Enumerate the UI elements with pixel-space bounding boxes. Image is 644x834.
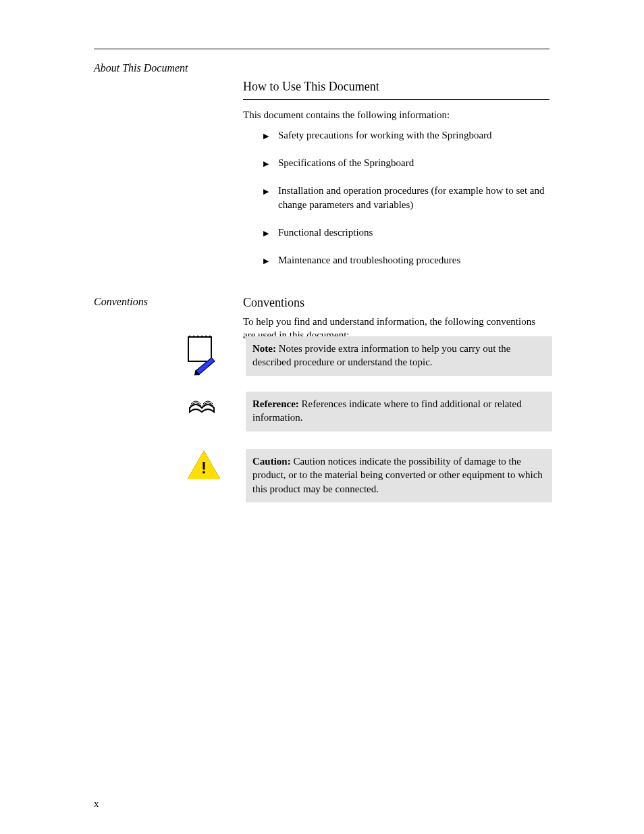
reference-body: Reference: References indicate where to …: [246, 392, 552, 432]
bullet-triangle-icon: ▶: [263, 184, 278, 212]
reference-label: Reference:: [252, 398, 302, 409]
caution-text: Caution notices indicate the possibility…: [252, 456, 543, 494]
caution-callout: ! Caution: Caution notices indicate the …: [182, 449, 552, 502]
reference-callout: Reference: References indicate where to …: [182, 392, 552, 432]
document-page: About This Document How to Use This Docu…: [0, 0, 644, 834]
bullet-triangle-icon: ▶: [263, 226, 278, 240]
section-title-conventions: Conventions: [243, 296, 549, 310]
list-item-text: Specifications of the Springboard: [278, 156, 549, 170]
bullet-triangle-icon: ▶: [263, 128, 278, 142]
bullet-triangle-icon: ▶: [263, 253, 278, 267]
list-item-text: Safety precautions for working with the …: [278, 128, 549, 142]
section-intro: This document contains the following inf…: [243, 108, 549, 122]
bullet-triangle-icon: ▶: [263, 156, 278, 170]
bullet-list: ▶ Safety precautions for working with th…: [263, 128, 549, 281]
section-title-how-to-use: How to Use This Document: [243, 80, 549, 100]
list-item-text: Functional descriptions: [278, 226, 549, 240]
caution-icon: !: [188, 450, 215, 477]
note-callout: Note: Notes provide extra information to…: [182, 336, 552, 376]
caution-body: Caution: Caution notices indicate the po…: [246, 449, 552, 502]
list-item: ▶ Functional descriptions: [263, 226, 549, 240]
list-item: ▶ Safety precautions for working with th…: [263, 128, 549, 142]
note-icon: [188, 336, 215, 363]
note-body: Note: Notes provide extra information to…: [246, 336, 552, 376]
list-item: ▶ Maintenance and troubleshooting proced…: [263, 253, 549, 267]
sidebar-about-this-document: About This Document: [94, 61, 209, 75]
top-horizontal-rule: [94, 49, 549, 49]
sidebar-conventions-label: Conventions: [94, 296, 242, 308]
page-number: x: [94, 798, 99, 810]
list-item: ▶ Installation and operation procedures …: [263, 184, 549, 212]
caution-label: Caution:: [252, 456, 293, 467]
list-item-text: Installation and operation procedures (f…: [278, 184, 549, 212]
reference-icon: [188, 392, 215, 419]
note-text: Notes provide extra information to help …: [252, 343, 510, 367]
list-item-text: Maintenance and troubleshooting procedur…: [278, 253, 549, 267]
list-item: ▶ Specifications of the Springboard: [263, 156, 549, 170]
note-label: Note:: [252, 343, 279, 354]
